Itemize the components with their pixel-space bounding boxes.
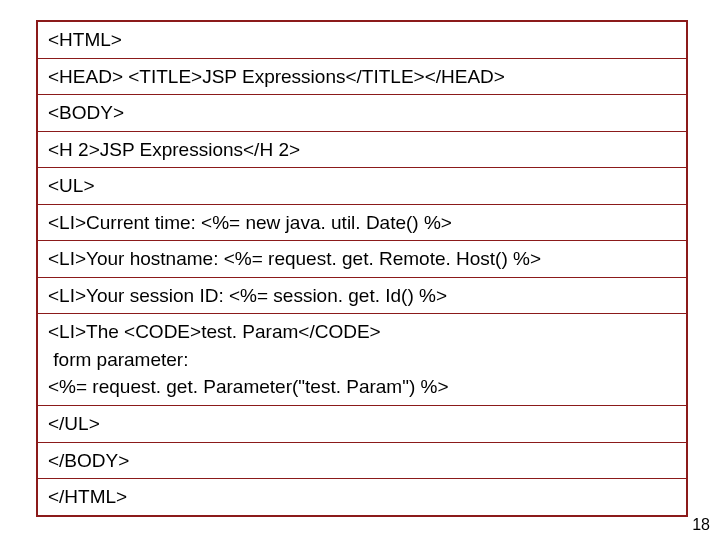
code-row: <LI>Current time: <%= new java. util. Da… [38, 205, 686, 242]
code-row: </HTML> [38, 479, 686, 515]
code-row: <HTML> [38, 22, 686, 59]
code-row: <BODY> [38, 95, 686, 132]
code-row: <HEAD> <TITLE>JSP Expressions</TITLE></H… [38, 59, 686, 96]
code-row: </BODY> [38, 443, 686, 480]
code-row: <H 2>JSP Expressions</H 2> [38, 132, 686, 169]
code-row: <UL> [38, 168, 686, 205]
code-row: <LI>The <CODE>test. Param</CODE> form pa… [38, 314, 686, 406]
code-table: <HTML> <HEAD> <TITLE>JSP Expressions</TI… [36, 20, 688, 517]
code-row: <LI>Your hostname: <%= request. get. Rem… [38, 241, 686, 278]
page-number: 18 [692, 516, 710, 534]
code-row: </UL> [38, 406, 686, 443]
slide-content: <HTML> <HEAD> <TITLE>JSP Expressions</TI… [0, 0, 720, 517]
code-row: <LI>Your session ID: <%= session. get. I… [38, 278, 686, 315]
